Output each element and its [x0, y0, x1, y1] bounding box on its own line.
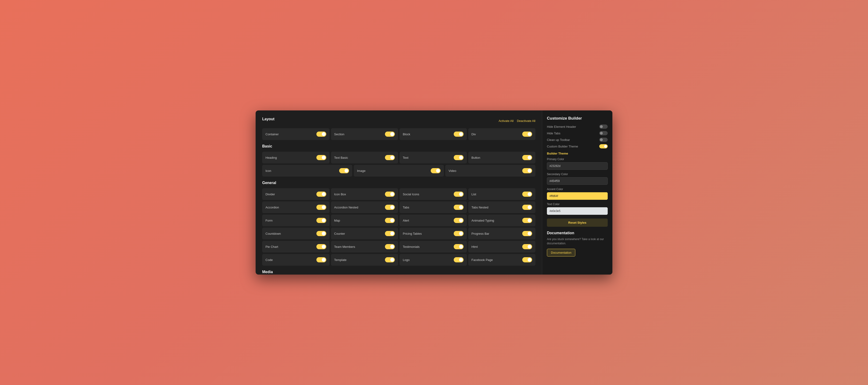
deactivate-all-button[interactable]: Deactivate All: [517, 119, 535, 123]
widget-toggle[interactable]: [316, 132, 326, 137]
widget-video-toggle[interactable]: [522, 168, 532, 173]
widget-divider-label: Divider: [266, 193, 275, 196]
right-panel: Customize Builder Hide Element Header Hi…: [542, 110, 612, 275]
widget-facebook-page: Facebook Page: [468, 254, 536, 266]
widget-section: Section: [331, 128, 398, 140]
widget-pricing-tables: Pricing Tables: [400, 228, 467, 239]
option-hide-tabs: Hide Tabs: [547, 131, 608, 135]
general-grid-row2: Accordion Accordion Nested Tabs Tabs Nes…: [262, 201, 535, 213]
widget-testimonials-toggle[interactable]: [454, 244, 464, 249]
widget-map-toggle[interactable]: [385, 218, 395, 223]
widget-button-label: Button: [471, 156, 480, 160]
widget-pricing-tables-toggle[interactable]: [454, 231, 464, 236]
option-clean-toolbar-label: Clean up Toolbar: [547, 138, 570, 142]
widget-label: Block: [403, 133, 410, 136]
widget-html-toggle[interactable]: [522, 244, 532, 249]
reset-styles-button[interactable]: Reset Styles: [547, 218, 608, 227]
option-hide-tabs-label: Hide Tabs: [547, 132, 560, 135]
basic-grid-row1: Heading Text Basic Text Button: [262, 152, 535, 164]
media-title: Media: [262, 270, 535, 274]
option-custom-theme-toggle[interactable]: [599, 144, 608, 148]
widget-icon-toggle[interactable]: [339, 168, 349, 173]
option-clean-toolbar-toggle[interactable]: [599, 138, 608, 142]
widget-pie-chart-toggle[interactable]: [316, 244, 326, 249]
option-hide-element-header-toggle[interactable]: [599, 125, 608, 129]
text-color-value: #e0e3e5: [550, 209, 560, 213]
accent-color-input[interactable]: #ffd64f: [547, 192, 608, 200]
primary-color-label: Primary Color: [547, 158, 608, 161]
widget-tabs-nested-toggle[interactable]: [522, 205, 532, 210]
widget-accordion-nested-toggle[interactable]: [385, 205, 395, 210]
widget-team-members-toggle[interactable]: [385, 244, 395, 249]
widget-form-toggle[interactable]: [316, 218, 326, 223]
widget-button: Button: [468, 152, 536, 164]
widget-testimonials-label: Testimonials: [403, 245, 420, 249]
widget-testimonials: Testimonials: [400, 241, 467, 252]
widget-list: List: [468, 188, 536, 200]
widget-div: Div: [468, 128, 536, 140]
accent-color-value: #ffd64f: [550, 195, 558, 198]
widget-heading-toggle[interactable]: [316, 155, 326, 160]
activate-all-button[interactable]: Activate All: [499, 119, 514, 123]
widget-progress-bar-toggle[interactable]: [522, 231, 532, 236]
left-panel: Layout Activate All Deactivate All Conta…: [256, 110, 542, 275]
documentation-description: Are you stuck somewhere? Take a look at …: [547, 237, 608, 245]
primary-color-value: #23282d: [550, 164, 560, 168]
widget-counter-toggle[interactable]: [385, 231, 395, 236]
widget-heading: Heading: [262, 152, 330, 164]
widget-countdown-label: Countdown: [266, 232, 281, 235]
option-hide-element-header-label: Hide Element Header: [547, 125, 576, 129]
widget-accordion-nested-label: Accordion Nested: [334, 206, 359, 209]
widget-code: Code: [262, 254, 330, 266]
widget-template-toggle[interactable]: [385, 257, 395, 262]
widget-logo-toggle[interactable]: [454, 257, 464, 262]
documentation-button[interactable]: Documentation: [547, 249, 575, 256]
widget-alert: Alert: [400, 214, 467, 226]
general-grid-row4: Countdown Counter Pricing Tables Progres…: [262, 228, 535, 239]
widget-list-toggle[interactable]: [522, 191, 532, 197]
widget-tabs-toggle[interactable]: [454, 205, 464, 210]
widget-animated-typing-label: Animated Typing: [471, 219, 494, 222]
widget-text-toggle[interactable]: [454, 155, 464, 160]
widget-icon-box: Icon Box: [331, 188, 398, 200]
widget-progress-bar: Progress Bar: [468, 228, 536, 239]
widget-text-basic-toggle[interactable]: [385, 155, 395, 160]
general-section: General Divider Icon Box Social Icons Li…: [262, 181, 535, 266]
secondary-color-label: Secondary Color: [547, 173, 608, 176]
layout-title: Layout: [262, 117, 274, 121]
widget-counter: Counter: [331, 228, 398, 239]
secondary-color-input[interactable]: #454f59: [547, 177, 608, 185]
text-color-input[interactable]: #e0e3e5: [547, 207, 608, 215]
widget-icon: Icon: [262, 165, 352, 177]
widget-map: Map: [331, 214, 398, 226]
widget-accordion-nested: Accordion Nested: [331, 201, 398, 213]
widget-toggle[interactable]: [385, 132, 395, 137]
option-hide-element-header: Hide Element Header: [547, 125, 608, 129]
widget-button-toggle[interactable]: [522, 155, 532, 160]
general-grid-row3: Form Map Alert Animated Typing: [262, 214, 535, 226]
widget-list-label: List: [471, 193, 476, 196]
widget-icon-box-toggle[interactable]: [385, 191, 395, 197]
widget-html: Html: [468, 241, 536, 252]
widget-alert-toggle[interactable]: [454, 218, 464, 223]
widget-toggle[interactable]: [522, 132, 532, 137]
primary-color-input[interactable]: #23282d: [547, 162, 608, 170]
widget-logo-label: Logo: [403, 258, 410, 262]
widget-image: Image: [354, 165, 444, 177]
widget-facebook-page-toggle[interactable]: [522, 257, 532, 262]
layout-grid: Container Section Block Div: [262, 128, 535, 140]
primary-color-group: Primary Color #23282d: [547, 158, 608, 170]
widget-tabs: Tabs: [400, 201, 467, 213]
widget-divider-toggle[interactable]: [316, 191, 326, 197]
widget-countdown-toggle[interactable]: [316, 231, 326, 236]
widget-code-toggle[interactable]: [316, 257, 326, 262]
widget-accordion-toggle[interactable]: [316, 205, 326, 210]
widget-image-toggle[interactable]: [431, 168, 441, 173]
widget-template: Template: [331, 254, 398, 266]
widget-toggle[interactable]: [454, 132, 464, 137]
widget-social-icons-toggle[interactable]: [454, 191, 464, 197]
widget-team-members-label: Team Members: [334, 245, 355, 249]
option-hide-tabs-toggle[interactable]: [599, 131, 608, 135]
widget-map-label: Map: [334, 219, 340, 222]
widget-animated-typing-toggle[interactable]: [522, 218, 532, 223]
